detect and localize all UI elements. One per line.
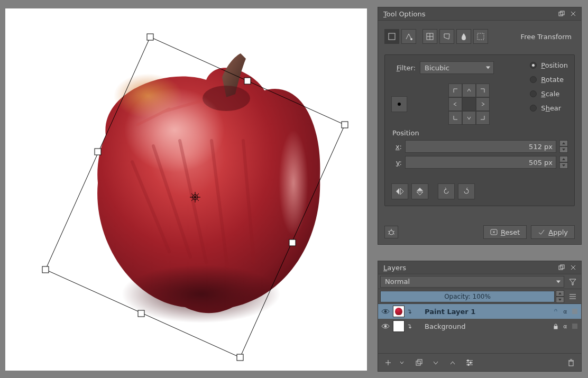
svg-rect-62 [554, 311, 557, 314]
pos-x-spinner[interactable] [559, 140, 568, 153]
collapse-icon[interactable]: ↴ [407, 322, 414, 330]
reset-button[interactable]: Reset [483, 225, 527, 239]
pos-y-label: y: [391, 159, 402, 167]
visibility-toggle[interactable] [380, 308, 391, 315]
apply-button[interactable]: Apply [531, 225, 575, 239]
origin-center-button[interactable] [391, 96, 407, 112]
anchor-direction-grid [448, 84, 490, 125]
layer-name[interactable]: Background [414, 322, 552, 330]
layers-title: Layers [383, 264, 406, 272]
svg-point-30 [411, 39, 412, 40]
filter-combo[interactable]: Bicubic [420, 61, 494, 74]
anchor-s[interactable] [462, 111, 476, 125]
canvas[interactable] [5, 8, 367, 371]
pos-y-input[interactable]: 505 px [405, 156, 556, 169]
svg-point-74 [467, 359, 469, 361]
radio-shear[interactable]: Shear [530, 104, 568, 112]
anchor-w[interactable] [448, 97, 462, 111]
svg-marker-40 [396, 188, 399, 195]
anchor-se[interactable] [476, 111, 490, 125]
svg-rect-69 [416, 361, 420, 365]
rotate-cw-button[interactable] [458, 183, 475, 199]
layer-row[interactable]: ↴ Paint Layer 1 α [378, 304, 581, 319]
mode-warp[interactable] [422, 29, 437, 44]
svg-point-75 [470, 362, 472, 363]
svg-marker-42 [417, 188, 423, 191]
move-up-button[interactable] [447, 357, 458, 368]
inherit-alpha-icon[interactable] [571, 307, 579, 316]
opacity-label: Opacity: [444, 293, 470, 300]
inherit-alpha-icon[interactable] [571, 322, 579, 330]
svg-point-76 [468, 364, 470, 365]
blend-mode-value: Normal [385, 278, 410, 285]
rotate-ccw-button[interactable] [438, 183, 455, 199]
anchor-e[interactable] [476, 97, 490, 111]
svg-marker-57 [569, 279, 576, 285]
svg-rect-29 [389, 33, 395, 40]
svg-rect-65 [554, 326, 557, 329]
anchor-n[interactable] [462, 84, 476, 97]
mode-perspective[interactable] [401, 29, 416, 44]
opacity-spinner[interactable] [556, 290, 564, 303]
layer-filter-icon[interactable] [566, 275, 579, 288]
tool-options-title-bar[interactable]: Tool Options Tool Options [378, 7, 581, 21]
tool-options-title: Tool Options [383, 10, 426, 18]
radio-scale[interactable]: Scale [530, 90, 568, 98]
mode-free-transform[interactable] [384, 29, 399, 44]
filter-label: Filter: [391, 64, 416, 72]
mode-cage[interactable] [439, 29, 454, 44]
duplicate-layer-button[interactable] [413, 357, 425, 368]
pos-y-spinner[interactable] [559, 156, 568, 169]
layer-thumbnail [393, 306, 405, 317]
alpha-icon[interactable]: α [561, 307, 569, 316]
layer-thumbnail [393, 320, 405, 332]
pos-x-input[interactable]: 512 px [405, 140, 556, 153]
delete-layer-button[interactable] [565, 357, 577, 368]
layer-properties-button[interactable] [464, 357, 475, 368]
svg-marker-41 [400, 188, 403, 195]
svg-rect-77 [569, 361, 573, 366]
radio-position[interactable]: Position [530, 61, 568, 69]
flip-horizontal-button[interactable] [391, 183, 408, 199]
flip-vertical-button[interactable] [411, 183, 428, 199]
svg-rect-34 [477, 33, 484, 40]
blend-mode-combo[interactable]: Normal [380, 276, 564, 288]
alpha-icon[interactable]: α [561, 322, 569, 330]
anchor-center[interactable] [462, 97, 476, 111]
layer-options-icon[interactable] [566, 290, 579, 303]
svg-rect-66 [572, 324, 577, 329]
add-layer-button[interactable] [382, 357, 394, 368]
close-icon[interactable] [568, 263, 578, 272]
svg-point-3 [279, 130, 308, 236]
transform-params-group: Filter: Bicubic [384, 54, 575, 206]
layers-panel: Layers Normal Opacity: 100% [378, 261, 582, 372]
visibility-toggle[interactable] [380, 323, 391, 329]
opacity-slider[interactable]: Opacity: 100% [380, 291, 555, 302]
anchor-sw[interactable] [448, 111, 462, 125]
move-down-button[interactable] [430, 357, 442, 368]
bug-icon[interactable] [384, 226, 398, 238]
collapse-icon[interactable]: ↴ [407, 308, 414, 315]
layer-list: ↴ Paint Layer 1 α ↴ Background α [378, 304, 581, 334]
layer-name[interactable]: Paint Layer 1 [414, 308, 552, 316]
radio-rotate[interactable]: Rotate [530, 76, 568, 84]
anchor-nw[interactable] [448, 84, 462, 97]
svg-point-11 [122, 265, 280, 323]
svg-point-61 [384, 310, 387, 312]
detach-icon[interactable] [557, 9, 566, 19]
close-icon[interactable] [568, 9, 578, 19]
transform-mode-row: Free Transform [384, 29, 575, 44]
mode-mesh[interactable] [473, 29, 488, 44]
mode-liquify[interactable] [456, 29, 471, 44]
canvas-artwork [5, 8, 367, 371]
layer-row[interactable]: ↴ Background α [378, 319, 581, 334]
detach-icon[interactable] [557, 263, 566, 272]
layers-title-bar[interactable]: Layers [378, 261, 581, 274]
svg-marker-43 [417, 192, 423, 195]
lock-icon[interactable] [552, 322, 560, 330]
anchor-ne[interactable] [476, 84, 490, 97]
svg-point-35 [398, 103, 401, 106]
add-menu-caret[interactable] [396, 357, 408, 368]
pos-x-label: x: [391, 143, 402, 151]
lock-icon[interactable] [552, 307, 560, 316]
